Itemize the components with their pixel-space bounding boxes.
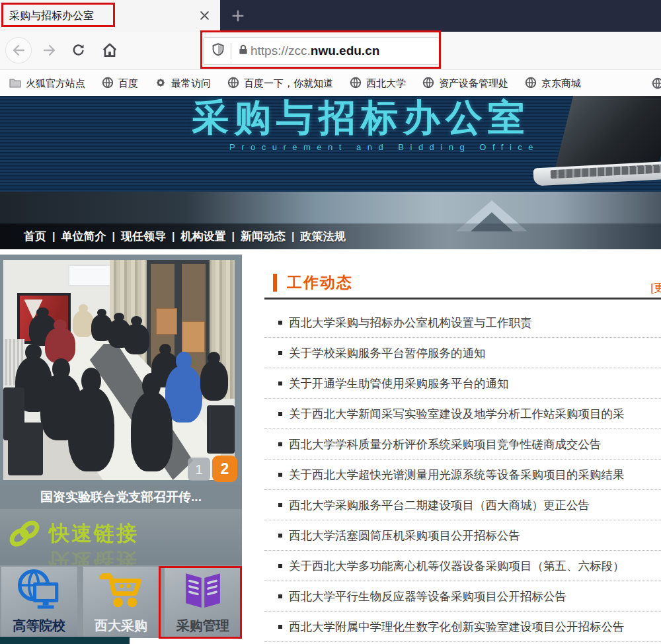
globe-icon bbox=[227, 77, 239, 91]
site-title: 采购与招标办公室 bbox=[192, 96, 530, 143]
bullet-icon bbox=[278, 625, 282, 629]
carousel-page-1[interactable]: 1 bbox=[188, 458, 210, 481]
bookmark-baidu-search[interactable]: 百度一下，你就知道 bbox=[227, 77, 333, 91]
tile-nwu-procurement-label: 西大采购 bbox=[95, 617, 147, 635]
quick-link-tiles: 高等院校 西大采购 采购管理 bbox=[0, 565, 242, 638]
tab-title: 采购与招标办公室 bbox=[9, 9, 94, 23]
folder-icon bbox=[9, 77, 21, 90]
open-book-icon bbox=[178, 567, 227, 614]
bookmark-folder-firefox[interactable]: 火狐官方站点 bbox=[9, 77, 85, 90]
tile-procurement-management[interactable]: 采购管理 bbox=[165, 567, 241, 638]
bullet-icon bbox=[278, 321, 282, 325]
browser-window: 采购与招标办公室 http bbox=[0, 0, 661, 644]
photo-caption[interactable]: 国资实验联合党支部召开传... bbox=[0, 485, 242, 509]
nav-leaders[interactable]: 现任领导 bbox=[121, 229, 166, 244]
photo-person bbox=[124, 324, 149, 355]
bullet-icon bbox=[278, 351, 282, 355]
bullet-icon bbox=[278, 534, 282, 538]
bullet-icon bbox=[278, 564, 282, 568]
news-item[interactable]: 关于学校采购服务平台暂停服务的通知 bbox=[264, 338, 661, 368]
site-subtitle-en: Procurement and Bidding Office bbox=[229, 142, 539, 152]
home-button[interactable] bbox=[99, 40, 120, 60]
photo-frame bbox=[0, 255, 242, 485]
photo-chair bbox=[207, 405, 235, 454]
bullet-icon bbox=[278, 473, 282, 477]
shopping-cart-icon bbox=[97, 567, 145, 614]
news-item[interactable]: 关于西北大学新闻采写实验室建设及地学分析工作站采购项目的采 bbox=[264, 399, 661, 429]
site-nav: 首页 | 单位简介 | 现任领导 | 机构设置 | 新闻动态 | 政策法规 bbox=[0, 223, 661, 249]
lock-icon bbox=[237, 44, 249, 58]
nav-separator: | bbox=[292, 231, 294, 243]
url-domain: nwu.edu.cn bbox=[311, 44, 380, 58]
news-item[interactable]: 西北大学采购服务平台二期建设项目（西大商城）更正公告 bbox=[264, 490, 661, 520]
laptop-image bbox=[555, 96, 661, 169]
globe-monitor-icon bbox=[15, 567, 63, 614]
photo-person bbox=[200, 361, 228, 401]
tracking-shield-icon[interactable] bbox=[212, 43, 225, 59]
news-item[interactable]: 西北大学附属中学理化生数字化创新实验室建设项目公开招标公告 bbox=[264, 612, 661, 642]
bookmark-nwu[interactable]: 西北大学 bbox=[350, 77, 406, 91]
bullet-icon bbox=[278, 594, 282, 598]
section-accent-bar bbox=[273, 274, 277, 292]
carousel-photo[interactable] bbox=[3, 260, 235, 480]
news-item[interactable]: 西北大学学科质量分析评价系统采购项目竞争性磋商成交公告 bbox=[264, 429, 661, 460]
nav-structure[interactable]: 机构设置 bbox=[180, 229, 225, 244]
tile-nwu-procurement[interactable]: 西大采购 bbox=[83, 567, 159, 638]
nav-separator: | bbox=[52, 231, 55, 243]
news-item[interactable]: 关于开通学生助管使用采购服务平台的通知 bbox=[264, 368, 661, 399]
tile-procurement-management-label: 采购管理 bbox=[176, 617, 229, 635]
navigation-toolbar: https://zcc.nwu.edu.cn bbox=[0, 32, 661, 70]
bullet-icon bbox=[278, 412, 282, 416]
back-button[interactable] bbox=[5, 37, 32, 63]
bottom-teal-bar bbox=[0, 637, 130, 644]
news-item[interactable]: 关于西北大学超快光谱测量用光源系统等设备采购项目的采购结果 bbox=[264, 460, 661, 490]
new-tab-button[interactable] bbox=[230, 8, 247, 25]
gear-icon bbox=[155, 77, 167, 91]
forward-button[interactable] bbox=[40, 41, 59, 60]
address-bar[interactable]: https://zcc.nwu.edu.cn bbox=[203, 37, 440, 65]
close-tab-icon[interactable] bbox=[200, 11, 210, 23]
globe-icon bbox=[102, 77, 114, 91]
photo-person bbox=[68, 387, 114, 471]
nav-home[interactable]: 首页 bbox=[24, 229, 46, 244]
section-title: 工作动态 bbox=[287, 272, 353, 293]
nav-separator: | bbox=[172, 231, 175, 243]
quick-links-section: 快速链接 快速链接 bbox=[0, 509, 242, 565]
bookmark-asset-dept[interactable]: 资产设备管理处 bbox=[422, 77, 508, 91]
carousel-page-2-active[interactable]: 2 bbox=[212, 456, 237, 482]
globe-icon bbox=[525, 77, 537, 91]
bookmark-baidu[interactable]: 百度 bbox=[102, 77, 138, 91]
photo-chair bbox=[8, 423, 43, 475]
news-list: 西北大学采购与招标办公室机构设置与工作职责 关于学校采购服务平台暂停服务的通知 … bbox=[264, 300, 661, 642]
globe-icon bbox=[350, 77, 362, 91]
nav-about[interactable]: 单位简介 bbox=[61, 229, 106, 244]
tab-bar: 采购与招标办公室 bbox=[0, 0, 661, 32]
bookmark-jd[interactable]: 京东商城 bbox=[525, 77, 581, 91]
more-link[interactable]: [更 bbox=[650, 280, 661, 296]
news-item[interactable]: 西北大学活塞圆筒压机采购项目公开招标公告 bbox=[264, 520, 661, 551]
nav-news[interactable]: 新闻动态 bbox=[241, 229, 286, 244]
reload-icon[interactable] bbox=[69, 41, 89, 60]
quick-links-title-reflection: 快速链接 bbox=[49, 547, 139, 565]
photo-person bbox=[131, 392, 173, 471]
quick-links-title: 快速链接 bbox=[49, 520, 139, 547]
photo-carton bbox=[156, 308, 177, 335]
news-header: 工作动态 [更 bbox=[264, 268, 661, 298]
news-item[interactable]: 西北大学采购与招标办公室机构设置与工作职责 bbox=[264, 307, 661, 338]
globe-icon bbox=[422, 77, 434, 91]
photo-person bbox=[73, 311, 94, 337]
nav-policies[interactable]: 政策法规 bbox=[300, 229, 345, 244]
bookmark-most-visited[interactable]: 最常访问 bbox=[155, 77, 211, 91]
site-banner: 采购与招标办公室 Procurement and Bidding Office … bbox=[0, 96, 661, 249]
news-item[interactable]: 西北大学平行生物反应器等设备采购项目公开招标公告 bbox=[264, 581, 661, 612]
quick-link-chain-icon bbox=[4, 513, 45, 557]
tile-universities[interactable]: 高等院校 bbox=[1, 567, 77, 638]
bullet-icon bbox=[278, 442, 282, 446]
active-tab[interactable]: 采购与招标办公室 bbox=[0, 0, 220, 32]
news-section: 工作动态 [更 西北大学采购与招标办公室机构设置与工作职责 关于学校采购服务平台… bbox=[264, 268, 661, 644]
nav-separator: | bbox=[231, 231, 234, 243]
url-text: https://zcc. bbox=[251, 44, 311, 58]
bookmarks-bar: 火狐官方站点 百度 最常访问 百度一下，你就知道 西北大学 资产设备管理处 京东… bbox=[0, 71, 661, 96]
news-item[interactable]: 关于西北大学多功能离心机等仪器设备采购项目（第五、六标段） bbox=[264, 551, 661, 581]
bookmark-cut-globe-icon[interactable] bbox=[652, 77, 661, 92]
